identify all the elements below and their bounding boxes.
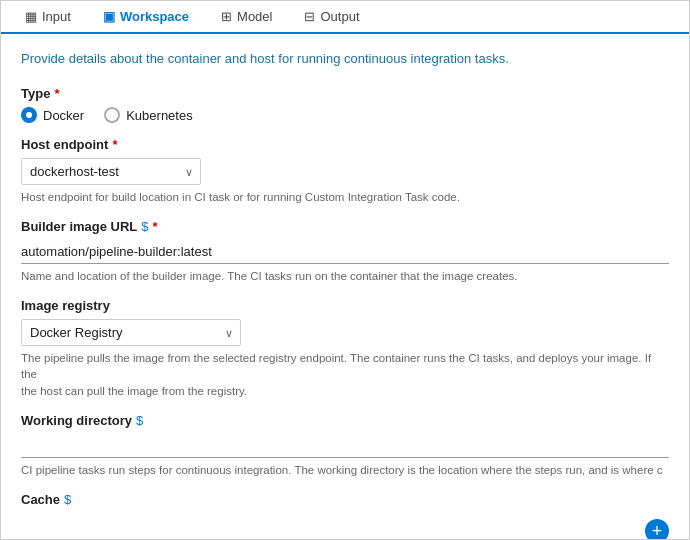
working-directory-field-group: Working directory $ CI pipeline tasks ru… — [21, 413, 669, 478]
type-label: Type * — [21, 86, 669, 101]
host-endpoint-label: Host endpoint * — [21, 137, 669, 152]
builder-image-helper: Name and location of the builder image. … — [21, 268, 669, 284]
host-endpoint-field-group: Host endpoint * dockerhost-test Host end… — [21, 137, 669, 205]
tab-output[interactable]: ⊟ Output — [288, 1, 375, 34]
radio-kubernetes[interactable]: Kubernetes — [104, 107, 193, 123]
tab-model[interactable]: ⊞ Model — [205, 1, 288, 34]
cache-row: + — [21, 513, 669, 539]
working-directory-input[interactable] — [21, 434, 669, 458]
tab-input[interactable]: ▦ Input — [9, 1, 87, 34]
image-registry-select[interactable]: Docker RegistryAmazon ECRAzure Container… — [21, 319, 241, 346]
main-window: ▦ Input ▣ Workspace ⊞ Model ⊟ Output Pro… — [0, 0, 690, 540]
builder-image-dollar: $ — [141, 219, 148, 234]
builder-image-required: * — [153, 219, 158, 234]
host-endpoint-select-wrapper: dockerhost-test — [21, 158, 201, 185]
content-area: Provide details about the container and … — [1, 34, 689, 539]
image-registry-label: Image registry — [21, 298, 669, 313]
host-endpoint-helper: Host endpoint for build location in CI t… — [21, 189, 669, 205]
radio-docker[interactable]: Docker — [21, 107, 84, 123]
radio-docker-label: Docker — [43, 108, 84, 123]
model-icon: ⊞ — [221, 9, 232, 24]
host-endpoint-required: * — [112, 137, 117, 152]
cache-field-group: Cache $ + — [21, 492, 669, 539]
cache-label: Cache $ — [21, 492, 669, 507]
tab-workspace[interactable]: ▣ Workspace — [87, 1, 205, 34]
page-description: Provide details about the container and … — [21, 50, 669, 68]
host-endpoint-select[interactable]: dockerhost-test — [21, 158, 201, 185]
output-icon: ⊟ — [304, 9, 315, 24]
builder-image-url-input[interactable] — [21, 240, 669, 264]
input-icon: ▦ — [25, 9, 37, 24]
working-dir-dollar: $ — [136, 413, 143, 428]
image-registry-field-group: Image registry Docker RegistryAmazon ECR… — [21, 298, 669, 398]
image-registry-helper: The pipeline pulls the image from the se… — [21, 350, 669, 398]
type-field-group: Type * Docker Kubernetes — [21, 86, 669, 123]
working-directory-label: Working directory $ — [21, 413, 669, 428]
working-directory-helper: CI pipeline tasks run steps for continuo… — [21, 462, 669, 478]
type-radio-group: Docker Kubernetes — [21, 107, 669, 123]
builder-image-url-field-group: Builder image URL $ * Name and location … — [21, 219, 669, 284]
radio-kubernetes-label: Kubernetes — [126, 108, 193, 123]
image-registry-select-wrapper: Docker RegistryAmazon ECRAzure Container… — [21, 319, 241, 346]
cache-input[interactable] — [21, 519, 633, 539]
tab-bar: ▦ Input ▣ Workspace ⊞ Model ⊟ Output — [1, 1, 689, 34]
workspace-icon: ▣ — [103, 9, 115, 24]
cache-input-wrap — [21, 519, 633, 539]
type-required: * — [54, 86, 59, 101]
cache-add-button[interactable]: + — [645, 519, 669, 539]
cache-dollar: $ — [64, 492, 71, 507]
radio-docker-circle — [21, 107, 37, 123]
radio-kubernetes-circle — [104, 107, 120, 123]
builder-image-url-label: Builder image URL $ * — [21, 219, 669, 234]
